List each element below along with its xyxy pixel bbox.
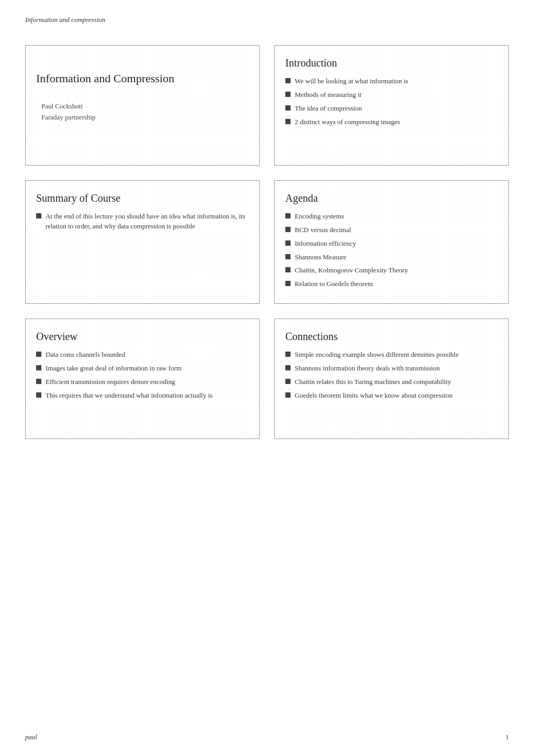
bullet-icon xyxy=(285,392,291,398)
list-item: This requires that we understand what in… xyxy=(36,391,249,401)
page-footer: paul 1 xyxy=(0,733,534,741)
slide-4-bullets: Encoding systems BCD versus decimal Info… xyxy=(285,212,498,289)
bullet-icon xyxy=(285,227,291,232)
list-item: BCD versus decimal xyxy=(285,225,498,235)
slide-6: Connections Simple encoding example show… xyxy=(274,319,509,439)
slide-5: Overview Data coms channels bounded Imag… xyxy=(25,319,260,439)
slide-6-title: Connections xyxy=(285,331,498,343)
bullet-icon xyxy=(285,119,291,124)
list-item: We will be looking at what information i… xyxy=(285,76,498,86)
list-item: 2 distinct ways of compressing images xyxy=(285,117,498,127)
footer-right: 1 xyxy=(506,733,509,741)
footer-left: paul xyxy=(25,733,37,741)
slides-grid: Information and Compression Paul Cocksho… xyxy=(0,29,534,455)
list-item: Images take great deal of information in… xyxy=(36,364,249,374)
bullet-icon xyxy=(285,213,291,218)
list-item: Relation to Goedels theorem xyxy=(285,279,498,289)
slide-1-author: Paul Cockshott Faraday partnership xyxy=(41,101,249,123)
slide-2: Introduction We will be looking at what … xyxy=(274,45,509,166)
list-item: Shannons information theory deals with t… xyxy=(285,364,498,374)
bullet-icon xyxy=(285,254,291,259)
bullet-icon xyxy=(285,105,291,111)
list-item: Efficient transmission requires denser e… xyxy=(36,377,249,387)
bullet-icon xyxy=(36,379,41,384)
slide-5-content: Overview Data coms channels bounded Imag… xyxy=(26,319,259,414)
bullet-icon xyxy=(285,365,291,370)
slide-4: Agenda Encoding systems BCD versus decim… xyxy=(274,180,509,304)
bullet-icon xyxy=(36,392,41,398)
page-header: Information and compression xyxy=(0,0,534,29)
slide-1-content: Information and Compression Paul Cocksho… xyxy=(26,46,259,134)
bullet-icon xyxy=(36,365,41,370)
slide-5-title: Overview xyxy=(36,331,249,343)
bullet-icon xyxy=(285,240,291,246)
slide-3: Summary of Course At the end of this lec… xyxy=(25,180,260,304)
bullet-icon xyxy=(285,379,291,384)
slide-3-title: Summary of Course xyxy=(36,192,249,204)
list-item: Information efficiency xyxy=(285,239,498,249)
bullet-icon xyxy=(285,92,291,97)
list-item: Goedels theorem limits what we know abou… xyxy=(285,391,498,401)
list-item: Chaitin relates this to Turing machines … xyxy=(285,377,498,387)
list-item: At the end of this lecture you should ha… xyxy=(36,212,249,232)
bullet-icon xyxy=(285,78,291,83)
slide-1: Information and Compression Paul Cocksho… xyxy=(25,45,260,166)
slide-6-bullets: Simple encoding example shows different … xyxy=(285,350,498,400)
bullet-icon xyxy=(36,213,41,218)
list-item: Shannons Measure xyxy=(285,253,498,262)
slide-2-content: Introduction We will be looking at what … xyxy=(275,46,508,141)
list-item: Chaitin, Kolmogorov Complexity Theory xyxy=(285,266,498,276)
slide-2-bullets: We will be looking at what information i… xyxy=(285,76,498,127)
slide-6-content: Connections Simple encoding example show… xyxy=(275,319,508,414)
bullet-icon xyxy=(285,281,291,286)
slide-5-bullets: Data coms channels bounded Images take g… xyxy=(36,350,249,400)
list-item: Methods of measuring it xyxy=(285,90,498,100)
bullet-icon xyxy=(285,267,291,272)
bullet-icon xyxy=(285,352,291,357)
list-item: Encoding systems xyxy=(285,212,498,222)
list-item: Data coms channels bounded xyxy=(36,350,249,360)
slide-3-content: Summary of Course At the end of this lec… xyxy=(26,181,259,246)
slide-2-title: Introduction xyxy=(285,57,498,69)
header-title: Information and compression xyxy=(25,16,105,24)
bullet-icon xyxy=(36,352,41,357)
slide-3-bullets: At the end of this lecture you should ha… xyxy=(36,212,249,232)
slide-1-title: Information and Compression xyxy=(36,72,249,85)
slide-4-content: Agenda Encoding systems BCD versus decim… xyxy=(275,181,508,303)
list-item: The idea of compression xyxy=(285,104,498,114)
list-item: Simple encoding example shows different … xyxy=(285,350,498,360)
slide-4-title: Agenda xyxy=(285,192,498,204)
